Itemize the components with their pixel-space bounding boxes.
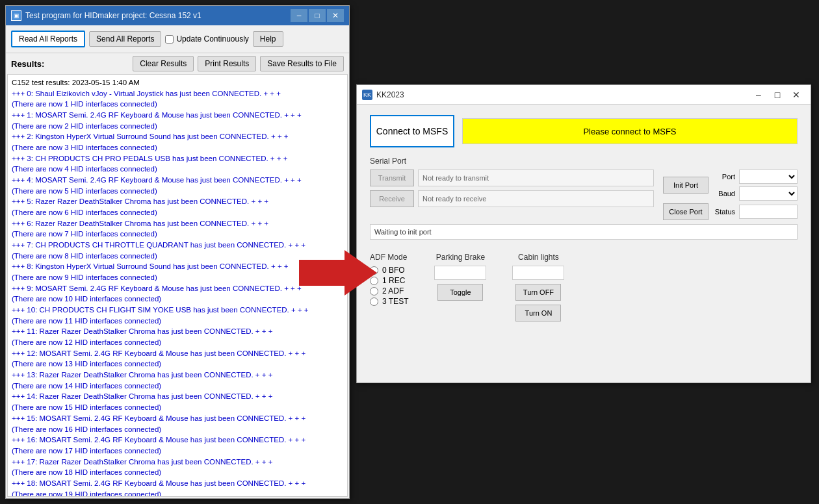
update-continuously-text: Update Continuously	[176, 34, 248, 44]
baud-select[interactable]	[739, 186, 798, 201]
results-content[interactable]: C152 test results: 2023-05-15 1:40 AM+++…	[7, 74, 348, 497]
kk-maximize-button[interactable]: □	[768, 88, 786, 102]
result-line: (There are now 12 HID interfaces connect…	[12, 337, 343, 348]
svg-marker-0	[299, 250, 377, 296]
main-app-icon: ▣	[11, 10, 21, 21]
update-continuously-label[interactable]: Update Continuously	[165, 34, 248, 44]
kk-window-title: KK2023	[376, 90, 749, 99]
kk-app-icon: KK	[362, 90, 372, 100]
result-line: (There are now 3 HID interfaces connecte…	[12, 142, 343, 153]
kk-body: Connect to MSFS Please connect to MSFS S…	[357, 105, 811, 383]
help-button[interactable]: Help	[253, 31, 283, 47]
main-window-controls: – □ ✕	[291, 9, 344, 22]
serial-port-label: Serial Port	[370, 157, 798, 166]
main-window: ▣ Test program for HIDmaker project: Ces…	[5, 5, 350, 499]
serial-transmit-receive: Transmit Receive	[370, 170, 654, 207]
result-line: +++ 0: Shaul Eizikovich vJoy - Virtual J…	[12, 88, 343, 99]
result-line: (There are now 5 HID interfaces connecte…	[12, 186, 343, 197]
result-line: (There are now 18 HID interfaces connect…	[12, 467, 343, 478]
main-toolbar: Read All Reports Send All Reports Update…	[6, 25, 349, 53]
adf-label-1: 1 REC	[382, 276, 405, 285]
cabin-lights-label: Cabin lights	[518, 253, 559, 262]
results-bar: Results: Clear Results Print Results Sav…	[6, 53, 349, 74]
result-line: +++ 16: MOSART Semi. 2.4G RF Keyboard & …	[12, 435, 343, 446]
kk-title-bar: KK KK2023 – □ ✕	[357, 85, 811, 105]
result-line: (There are now 6 HID interfaces connecte…	[12, 207, 343, 218]
result-line: (There are now 13 HID interfaces connect…	[12, 359, 343, 370]
print-results-button[interactable]: Print Results	[198, 56, 256, 71]
result-line: (There are now 16 HID interfaces connect…	[12, 424, 343, 435]
waiting-field	[370, 224, 798, 240]
receive-row: Receive	[370, 190, 654, 207]
parking-brake-label: Parking Brake	[436, 253, 485, 262]
results-label: Results:	[11, 59, 44, 69]
result-line: +++ 18: MOSART Semi. 2.4G RF Keyboard & …	[12, 478, 343, 489]
result-line: (There are now 7 HID interfaces connecte…	[12, 229, 343, 240]
result-line: +++ 17: Razer Razer DeathStalker Chroma …	[12, 457, 343, 468]
result-line: +++ 15: MOSART Semi. 2.4G RF Keyboard & …	[12, 413, 343, 424]
main-minimize-button[interactable]: –	[291, 9, 307, 22]
close-port-button[interactable]: Close Port	[663, 203, 708, 220]
init-port-row: Init Port Port Baud	[663, 170, 798, 201]
result-line: +++ 1: MOSART Semi. 2.4G RF Keyboard & M…	[12, 110, 343, 121]
update-continuously-checkbox[interactable]	[165, 35, 174, 44]
kk-window-controls: – □ ✕	[749, 88, 805, 102]
main-close-button[interactable]: ✕	[327, 9, 344, 22]
result-line: +++ 3: CH PRODUCTS CH PRO PEDALS USB has…	[12, 153, 343, 164]
toggle-button[interactable]: Toggle	[437, 284, 483, 301]
result-line: (There are now 10 HID interfaces connect…	[12, 294, 343, 305]
result-line: +++ 9: MOSART Semi. 2.4G RF Keyboard & M…	[12, 283, 343, 294]
turn-on-button[interactable]: Turn ON	[515, 305, 561, 321]
port-row: Port	[712, 170, 798, 184]
result-line: +++ 8: Kingston HyperX Virtual Surround …	[12, 261, 343, 272]
cabin-lights-field	[512, 266, 564, 280]
status-label: Status	[712, 208, 735, 216]
send-all-reports-button[interactable]: Send All Reports	[89, 31, 161, 47]
result-line: (There are now 1 HID interfaces connecte…	[12, 99, 343, 110]
receive-status-field	[418, 190, 654, 207]
close-port-row: Close Port Status	[663, 203, 798, 220]
result-line: (There are now 2 HID interfaces connecte…	[12, 121, 343, 132]
result-line: +++ 5: Razer Razer DeathStalker Chroma h…	[12, 196, 343, 207]
transmit-button[interactable]: Transmit	[370, 170, 414, 186]
port-label: Port	[712, 173, 735, 181]
result-line: (There are now 11 HID interfaces connect…	[12, 316, 343, 327]
result-line: (There are now 19 HID interfaces connect…	[12, 489, 343, 497]
msfs-status-bar: Please connect to MSFS	[462, 118, 798, 144]
serial-port-section: Serial Port Transmit Receive I	[370, 157, 798, 240]
waiting-container	[370, 224, 798, 240]
save-results-button[interactable]: Save Results to File	[260, 56, 344, 71]
init-port-button[interactable]: Init Port	[663, 177, 708, 194]
read-all-reports-button[interactable]: Read All Reports	[11, 31, 85, 47]
turn-off-button[interactable]: Turn OFF	[515, 284, 561, 301]
baud-row: Baud	[712, 186, 798, 201]
port-baud-status: Port Baud	[712, 170, 798, 201]
result-line: +++ 6: Razer Razer DeathStalker Chroma h…	[12, 218, 343, 229]
result-line: C152 test results: 2023-05-15 1:40 AM	[12, 77, 343, 88]
kk-close-button[interactable]: ✕	[787, 88, 805, 102]
result-line: (There are now 8 HID interfaces connecte…	[12, 251, 343, 262]
main-window-title: Test program for HIDmaker project: Cessn…	[25, 11, 291, 20]
result-line: +++ 7: CH PRODUCTS CH THROTTLE QUADRANT …	[12, 240, 343, 251]
baud-label: Baud	[712, 190, 735, 197]
main-title-bar: ▣ Test program for HIDmaker project: Ces…	[6, 6, 349, 25]
result-line: +++ 13: Razer Razer DeathStalker Chroma …	[12, 370, 343, 381]
kk-window: KK KK2023 – □ ✕ Connect to MSFS Please c…	[356, 84, 811, 383]
result-line: (There are now 14 HID interfaces connect…	[12, 381, 343, 392]
adf-label-0: 0 BFO	[382, 266, 405, 275]
result-line: (There are now 17 HID interfaces connect…	[12, 446, 343, 457]
receive-button[interactable]: Receive	[370, 190, 414, 207]
msfs-status-text: Please connect to MSFS	[583, 127, 676, 136]
connect-to-msfs-button[interactable]: Connect to MSFS	[370, 115, 454, 147]
adf-label-3: 3 TEST	[382, 297, 408, 306]
kk-minimize-button[interactable]: –	[749, 88, 768, 102]
main-maximize-button[interactable]: □	[309, 9, 326, 22]
result-line: +++ 14: Razer Razer DeathStalker Chroma …	[12, 391, 343, 402]
clear-results-button[interactable]: Clear Results	[133, 56, 194, 71]
parking-brake-field	[434, 266, 486, 280]
port-select[interactable]	[739, 170, 798, 184]
parking-brake-group: Parking Brake Toggle	[434, 253, 486, 321]
result-line: +++ 10: CH PRODUCTS CH FLIGHT SIM YOKE U…	[12, 305, 343, 316]
result-line: +++ 11: Razer Razer DeathStalker Chroma …	[12, 326, 343, 337]
transmit-row: Transmit	[370, 170, 654, 186]
